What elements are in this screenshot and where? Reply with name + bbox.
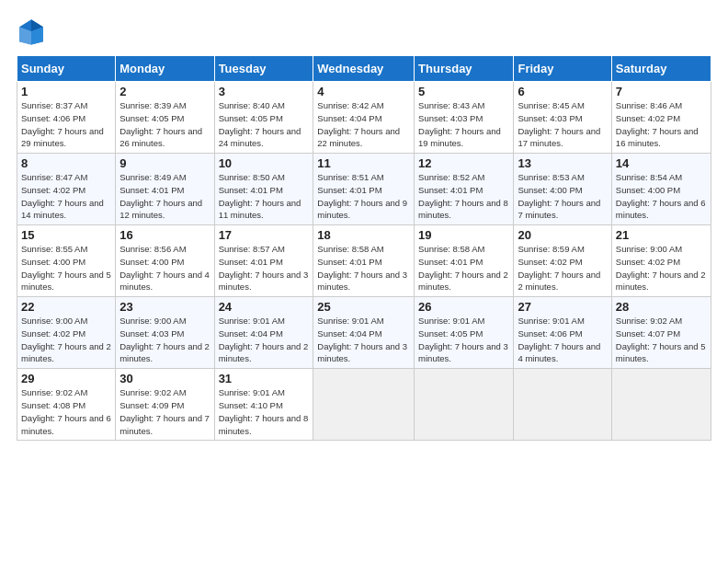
day-number: 14 (616, 156, 707, 170)
day-number: 13 (518, 156, 607, 170)
calendar-week-row: 8Sunrise: 8:47 AM Sunset: 4:02 PM Daylig… (17, 154, 711, 225)
calendar-day-cell (313, 369, 415, 441)
calendar-day-cell: 31Sunrise: 9:01 AM Sunset: 4:10 PM Dayli… (214, 369, 313, 441)
day-number: 7 (616, 85, 707, 98)
day-info: Sunrise: 8:37 AM Sunset: 4:06 PM Dayligh… (21, 99, 111, 150)
logo-icon (17, 17, 46, 46)
day-number: 30 (119, 372, 210, 385)
weekday-header-row: SundayMondayTuesdayWednesdayThursdayFrid… (17, 56, 711, 82)
calendar-day-cell: 28Sunrise: 9:02 AM Sunset: 4:07 PM Dayli… (611, 297, 711, 369)
page: SundayMondayTuesdayWednesdayThursdayFrid… (0, 0, 728, 563)
day-number: 17 (219, 228, 310, 242)
day-number: 21 (616, 228, 707, 242)
calendar-day-cell: 7Sunrise: 8:46 AM Sunset: 4:02 PM Daylig… (611, 82, 711, 154)
day-info: Sunrise: 8:59 AM Sunset: 4:02 PM Dayligh… (518, 243, 607, 293)
day-number: 8 (21, 156, 111, 170)
day-info: Sunrise: 8:57 AM Sunset: 4:01 PM Dayligh… (219, 243, 310, 293)
header (17, 17, 711, 46)
calendar-day-cell: 2Sunrise: 8:39 AM Sunset: 4:05 PM Daylig… (116, 82, 214, 154)
calendar-day-cell: 26Sunrise: 9:01 AM Sunset: 4:05 PM Dayli… (415, 297, 514, 369)
day-info: Sunrise: 8:46 AM Sunset: 4:02 PM Dayligh… (616, 99, 707, 150)
day-info: Sunrise: 8:50 AM Sunset: 4:01 PM Dayligh… (219, 171, 310, 222)
day-info: Sunrise: 8:58 AM Sunset: 4:01 PM Dayligh… (317, 243, 410, 293)
day-number: 22 (21, 300, 111, 314)
day-number: 19 (418, 228, 509, 242)
day-info: Sunrise: 9:02 AM Sunset: 4:07 PM Dayligh… (616, 315, 707, 365)
calendar-day-cell: 4Sunrise: 8:42 AM Sunset: 4:04 PM Daylig… (313, 82, 415, 154)
day-info: Sunrise: 8:42 AM Sunset: 4:04 PM Dayligh… (317, 99, 410, 150)
calendar-day-cell (514, 369, 611, 441)
day-number: 27 (518, 300, 607, 314)
calendar-day-cell: 25Sunrise: 9:01 AM Sunset: 4:04 PM Dayli… (313, 297, 415, 369)
day-number: 5 (418, 85, 509, 98)
day-number: 1 (21, 85, 111, 98)
weekday-cell: Wednesday (313, 56, 415, 82)
calendar-day-cell: 21Sunrise: 9:00 AM Sunset: 4:02 PM Dayli… (611, 225, 711, 297)
calendar-day-cell: 12Sunrise: 8:52 AM Sunset: 4:01 PM Dayli… (415, 154, 514, 225)
day-info: Sunrise: 8:58 AM Sunset: 4:01 PM Dayligh… (418, 243, 509, 293)
day-number: 23 (119, 300, 210, 314)
calendar-body: 1Sunrise: 8:37 AM Sunset: 4:06 PM Daylig… (17, 82, 711, 441)
day-number: 29 (21, 372, 111, 385)
day-info: Sunrise: 9:02 AM Sunset: 4:08 PM Dayligh… (21, 386, 111, 437)
weekday-cell: Friday (514, 56, 611, 82)
day-number: 10 (219, 156, 310, 170)
day-info: Sunrise: 9:00 AM Sunset: 4:03 PM Dayligh… (119, 315, 210, 365)
day-info: Sunrise: 8:56 AM Sunset: 4:00 PM Dayligh… (119, 243, 210, 293)
calendar-day-cell: 24Sunrise: 9:01 AM Sunset: 4:04 PM Dayli… (214, 297, 313, 369)
day-info: Sunrise: 9:01 AM Sunset: 4:10 PM Dayligh… (219, 386, 310, 437)
calendar-day-cell: 3Sunrise: 8:40 AM Sunset: 4:05 PM Daylig… (214, 82, 313, 154)
calendar-day-cell: 30Sunrise: 9:02 AM Sunset: 4:09 PM Dayli… (116, 369, 214, 441)
weekday-cell: Sunday (17, 56, 116, 82)
day-number: 12 (418, 156, 509, 170)
day-info: Sunrise: 9:01 AM Sunset: 4:06 PM Dayligh… (518, 315, 607, 365)
day-info: Sunrise: 9:00 AM Sunset: 4:02 PM Dayligh… (21, 315, 111, 365)
day-info: Sunrise: 9:01 AM Sunset: 4:04 PM Dayligh… (219, 315, 310, 365)
calendar-day-cell: 23Sunrise: 9:00 AM Sunset: 4:03 PM Dayli… (116, 297, 214, 369)
day-number: 3 (219, 85, 310, 98)
day-number: 2 (119, 85, 210, 98)
calendar-table: SundayMondayTuesdayWednesdayThursdayFrid… (17, 55, 711, 441)
day-info: Sunrise: 8:43 AM Sunset: 4:03 PM Dayligh… (418, 99, 509, 150)
calendar-day-cell: 17Sunrise: 8:57 AM Sunset: 4:01 PM Dayli… (214, 225, 313, 297)
calendar-day-cell: 29Sunrise: 9:02 AM Sunset: 4:08 PM Dayli… (17, 369, 116, 441)
calendar-day-cell: 19Sunrise: 8:58 AM Sunset: 4:01 PM Dayli… (415, 225, 514, 297)
day-info: Sunrise: 8:49 AM Sunset: 4:01 PM Dayligh… (119, 171, 210, 222)
day-info: Sunrise: 8:51 AM Sunset: 4:01 PM Dayligh… (317, 171, 410, 222)
day-info: Sunrise: 9:01 AM Sunset: 4:05 PM Dayligh… (418, 315, 509, 365)
calendar-day-cell: 14Sunrise: 8:54 AM Sunset: 4:00 PM Dayli… (611, 154, 711, 225)
calendar-week-row: 15Sunrise: 8:55 AM Sunset: 4:00 PM Dayli… (17, 225, 711, 297)
calendar-day-cell: 8Sunrise: 8:47 AM Sunset: 4:02 PM Daylig… (17, 154, 116, 225)
weekday-cell: Tuesday (214, 56, 313, 82)
calendar-day-cell: 1Sunrise: 8:37 AM Sunset: 4:06 PM Daylig… (17, 82, 116, 154)
day-number: 16 (119, 228, 210, 242)
day-info: Sunrise: 9:00 AM Sunset: 4:02 PM Dayligh… (616, 243, 707, 293)
day-info: Sunrise: 9:02 AM Sunset: 4:09 PM Dayligh… (119, 386, 210, 437)
day-number: 15 (21, 228, 111, 242)
calendar-day-cell: 5Sunrise: 8:43 AM Sunset: 4:03 PM Daylig… (415, 82, 514, 154)
day-info: Sunrise: 8:47 AM Sunset: 4:02 PM Dayligh… (21, 171, 111, 222)
calendar-week-row: 22Sunrise: 9:00 AM Sunset: 4:02 PM Dayli… (17, 297, 711, 369)
calendar-day-cell: 27Sunrise: 9:01 AM Sunset: 4:06 PM Dayli… (514, 297, 611, 369)
weekday-cell: Monday (116, 56, 214, 82)
day-number: 6 (518, 85, 607, 98)
day-info: Sunrise: 8:54 AM Sunset: 4:00 PM Dayligh… (616, 171, 707, 222)
day-info: Sunrise: 8:45 AM Sunset: 4:03 PM Dayligh… (518, 99, 607, 150)
calendar-day-cell (611, 369, 711, 441)
calendar-day-cell: 11Sunrise: 8:51 AM Sunset: 4:01 PM Dayli… (313, 154, 415, 225)
calendar-day-cell: 13Sunrise: 8:53 AM Sunset: 4:00 PM Dayli… (514, 154, 611, 225)
calendar-day-cell: 18Sunrise: 8:58 AM Sunset: 4:01 PM Dayli… (313, 225, 415, 297)
day-number: 4 (317, 85, 410, 98)
calendar-day-cell: 16Sunrise: 8:56 AM Sunset: 4:00 PM Dayli… (116, 225, 214, 297)
day-info: Sunrise: 9:01 AM Sunset: 4:04 PM Dayligh… (317, 315, 410, 365)
day-info: Sunrise: 8:55 AM Sunset: 4:00 PM Dayligh… (21, 243, 111, 293)
day-info: Sunrise: 8:53 AM Sunset: 4:00 PM Dayligh… (518, 171, 607, 222)
day-info: Sunrise: 8:40 AM Sunset: 4:05 PM Dayligh… (219, 99, 310, 150)
calendar-week-row: 29Sunrise: 9:02 AM Sunset: 4:08 PM Dayli… (17, 369, 711, 441)
calendar-day-cell: 15Sunrise: 8:55 AM Sunset: 4:00 PM Dayli… (17, 225, 116, 297)
day-number: 20 (518, 228, 607, 242)
calendar-day-cell: 6Sunrise: 8:45 AM Sunset: 4:03 PM Daylig… (514, 82, 611, 154)
logo (17, 17, 51, 46)
weekday-cell: Saturday (611, 56, 711, 82)
weekday-cell: Thursday (415, 56, 514, 82)
